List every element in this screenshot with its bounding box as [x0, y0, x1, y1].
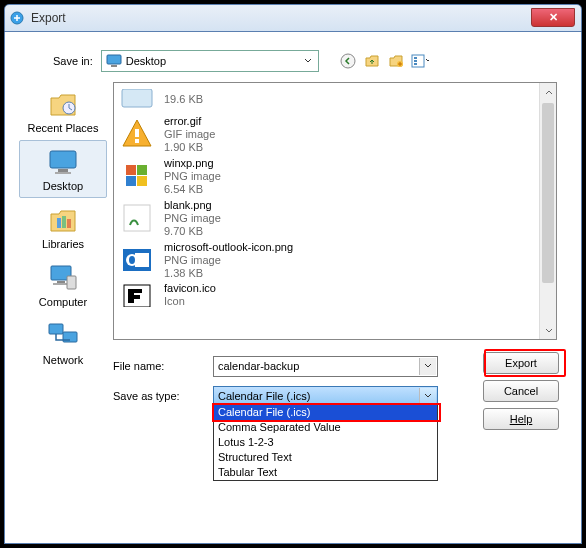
svg-rect-25 [126, 165, 136, 175]
up-folder-icon[interactable] [363, 52, 381, 70]
place-recent[interactable]: Recent Places [19, 82, 107, 140]
scroll-thumb[interactable] [542, 103, 554, 283]
favicon-icon [120, 278, 154, 312]
file-type: PNG image [164, 254, 293, 267]
place-label: Computer [39, 296, 87, 308]
svg-rect-20 [49, 324, 63, 334]
file-name: favicon.ico [164, 282, 216, 295]
svg-rect-8 [414, 63, 417, 65]
svg-rect-17 [57, 281, 65, 283]
place-label: Recent Places [28, 122, 99, 134]
places-bar: Recent Places Desktop Libraries Computer… [19, 82, 107, 527]
place-label: Libraries [42, 238, 84, 250]
file-name: blank.png [164, 199, 221, 212]
file-type: GIF image [164, 128, 215, 141]
place-computer[interactable]: Computer [19, 256, 107, 314]
outlook-icon [120, 243, 154, 277]
cancel-button[interactable]: Cancel [483, 380, 559, 402]
file-name: microsoft-outlook-icon.png [164, 241, 293, 254]
desktop-icon [106, 53, 122, 69]
winflag-icon [120, 159, 154, 193]
place-desktop[interactable]: Desktop [19, 140, 107, 198]
file-list[interactable]: 19.6 KB error.gifGIF image1.90 KB winxp.… [113, 82, 557, 340]
computer-icon [47, 262, 79, 294]
type-option[interactable]: Calendar File (.ics) [214, 405, 437, 420]
scroll-down-icon[interactable] [540, 322, 557, 339]
window-title: Export [31, 11, 66, 25]
blank-icon [120, 201, 154, 235]
file-row[interactable]: winxp.pngPNG image6.54 KB [120, 155, 550, 197]
filename-input[interactable]: calendar-backup [213, 356, 438, 377]
chevron-down-icon [300, 53, 316, 69]
svg-rect-15 [67, 219, 71, 228]
place-label: Desktop [43, 180, 83, 192]
svg-rect-19 [67, 276, 76, 289]
chevron-down-icon[interactable] [419, 358, 436, 375]
svg-rect-5 [412, 55, 424, 67]
file-size: 1.90 KB [164, 141, 215, 154]
file-type: PNG image [164, 170, 221, 183]
saveastype-options[interactable]: Calendar File (.ics) Comma Separated Val… [213, 404, 438, 481]
file-row[interactable]: favicon.icoIcon [120, 281, 550, 309]
savein-value: Desktop [126, 55, 166, 67]
scrollbar[interactable] [539, 83, 556, 339]
svg-rect-37 [128, 295, 140, 299]
file-size: 9.70 KB [164, 225, 221, 238]
warning-icon [120, 117, 154, 151]
type-option[interactable]: Structured Text [214, 450, 437, 465]
svg-point-3 [341, 54, 355, 68]
libraries-icon [47, 204, 79, 236]
filename-value: calendar-backup [218, 360, 299, 372]
back-icon[interactable] [339, 52, 357, 70]
close-button[interactable]: ✕ [531, 8, 575, 27]
savein-label: Save in: [53, 55, 93, 67]
svg-rect-27 [126, 176, 136, 186]
svg-rect-23 [135, 129, 139, 137]
file-name: winxp.png [164, 157, 221, 170]
place-libraries[interactable]: Libraries [19, 198, 107, 256]
svg-rect-2 [111, 65, 117, 67]
svg-rect-7 [414, 60, 417, 62]
saveastype-label: Save as type: [113, 390, 213, 402]
svg-rect-36 [128, 289, 142, 293]
type-option[interactable]: Lotus 1-2-3 [214, 435, 437, 450]
saveastype-value: Calendar File (.ics) [218, 390, 310, 402]
view-menu-icon[interactable] [411, 52, 429, 70]
type-option[interactable]: Comma Separated Value [214, 420, 437, 435]
scroll-up-icon[interactable] [540, 83, 557, 100]
svg-rect-22 [122, 89, 152, 107]
file-row[interactable]: microsoft-outlook-icon.pngPNG image1.38 … [120, 239, 550, 281]
svg-rect-10 [50, 151, 76, 168]
titlebar[interactable]: Export ✕ [4, 4, 582, 32]
file-row[interactable]: error.gifGIF image1.90 KB [120, 113, 550, 155]
svg-rect-26 [137, 165, 147, 175]
desktop-place-icon [47, 146, 79, 178]
recent-places-icon [47, 88, 79, 120]
app-icon [9, 10, 25, 26]
svg-rect-12 [55, 172, 71, 174]
svg-rect-11 [58, 169, 68, 172]
help-button[interactable]: Help [483, 408, 559, 430]
file-size: 6.54 KB [164, 183, 221, 196]
svg-rect-24 [135, 139, 139, 143]
file-name: error.gif [164, 115, 215, 128]
svg-rect-29 [124, 205, 150, 231]
svg-rect-6 [414, 57, 417, 59]
savein-dropdown[interactable]: Desktop [101, 50, 319, 72]
type-option[interactable]: Tabular Text [214, 465, 437, 480]
svg-point-33 [129, 256, 135, 264]
export-button[interactable]: Export [483, 352, 559, 374]
svg-rect-1 [107, 55, 121, 64]
file-type: Icon [164, 295, 216, 308]
place-label: Network [43, 354, 83, 366]
place-network[interactable]: Network [19, 314, 107, 372]
chevron-down-icon[interactable] [419, 388, 436, 405]
export-dialog: Export ✕ Save in: Desktop [4, 4, 582, 544]
filename-label: File name: [113, 360, 213, 372]
file-row[interactable]: 19.6 KB [120, 85, 550, 113]
file-row[interactable]: blank.pngPNG image9.70 KB [120, 197, 550, 239]
file-size: 19.6 KB [164, 93, 203, 106]
new-folder-icon[interactable] [387, 52, 405, 70]
network-icon [47, 320, 79, 352]
svg-rect-13 [57, 218, 61, 228]
